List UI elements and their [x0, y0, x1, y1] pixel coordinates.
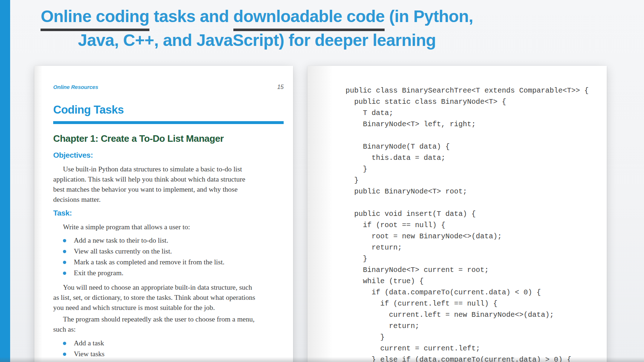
task-list-item: View all tasks currently on the list. [63, 246, 284, 256]
task-list-item-text: Mark a task as completed and remove it f… [74, 258, 224, 266]
task-list-item: Add a new task to their to-do list. [63, 235, 284, 246]
objectives-paragraph: Use built-in Python data structures to s… [53, 164, 284, 205]
right-book-page: public class BinarySearchTree<T extends … [308, 66, 607, 362]
task-label: Task: [53, 209, 284, 217]
bullet-icon [63, 342, 66, 345]
menu-list-item: Complete a task [63, 360, 284, 362]
task-list-item-text: Exit the program. [74, 269, 123, 277]
page-header-row: Online Resources 15 [53, 84, 284, 91]
bullet-icon [63, 353, 66, 356]
title-underlined-downloadable-code: downloadable code [233, 7, 385, 31]
menu-list-item-text: Add a task [74, 339, 104, 347]
bullet-icon [63, 272, 66, 275]
section-rule [53, 121, 284, 124]
title-text-segment: tasks and [149, 7, 233, 26]
title-text-segment-3: Java, C++, and JavaScript) for deeper le… [78, 31, 436, 50]
objectives-label: Objectives: [53, 151, 284, 159]
page-number: 15 [277, 84, 284, 90]
page-title: Online coding tasks and downloadable cod… [0, 4, 514, 52]
task-list-item-text: Add a new task to their to-do list. [74, 237, 168, 244]
title-text-segment-2: (in Python, [385, 7, 473, 26]
menu-list: Add a task View tasks Complete a task [63, 338, 284, 362]
bullet-icon [63, 239, 66, 242]
task-list-item: Exit the program. [63, 268, 284, 278]
title-line-2: Java, C++, and JavaScript) for deeper le… [0, 28, 514, 52]
task-list-item-text: View all tasks currently on the list. [74, 247, 172, 255]
note-paragraph: You will need to choose an appropriate b… [53, 282, 284, 313]
title-line-1: Online coding tasks and downloadable cod… [0, 4, 514, 28]
menu-list-item: View tasks [63, 349, 284, 359]
title-underlined-online-coding: Online coding [41, 7, 149, 31]
bullet-icon [63, 250, 66, 253]
left-book-page: Online Resources 15 Coding Tasks Chapter… [34, 66, 293, 362]
menu-list-item: Add a task [63, 338, 284, 348]
chapter-heading: Chapter 1: Create a To-Do List Manager [53, 133, 284, 144]
code-block: public class BinarySearchTree<T extends … [308, 66, 607, 362]
bullet-icon [63, 261, 66, 264]
menu-intro-paragraph: The program should repeatedly ask the us… [53, 314, 284, 335]
task-intro: Write a simple program that allows a use… [53, 222, 284, 232]
section-title: Coding Tasks [53, 104, 284, 115]
accent-bar [0, 0, 10, 362]
menu-list-item-text: View tasks [74, 350, 105, 358]
task-list-item: Mark a task as completed and remove it f… [63, 257, 284, 267]
running-header: Online Resources [53, 84, 98, 90]
task-list: Add a new task to their to-do list. View… [63, 235, 284, 278]
